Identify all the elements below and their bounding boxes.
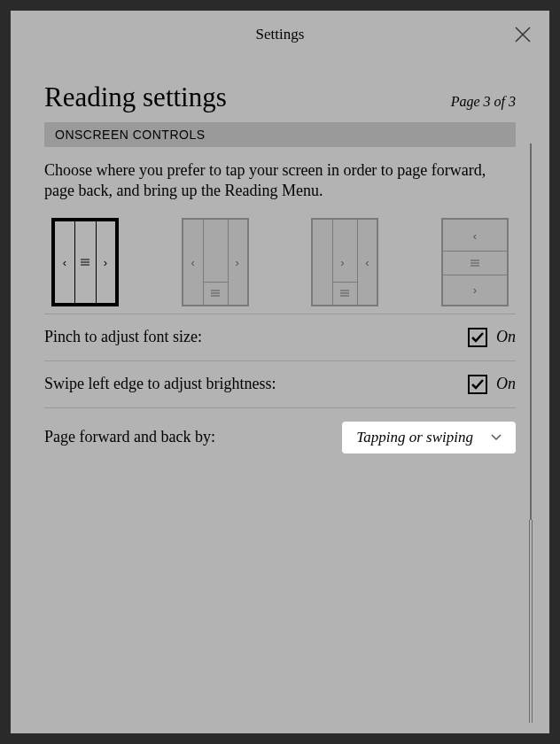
layout-option-1[interactable]: ‹ › (51, 218, 119, 306)
chevron-left-icon: ‹ (191, 255, 194, 268)
layout-option-4[interactable]: ‹ › (441, 218, 509, 306)
toggle-state: On (496, 375, 516, 393)
swipe-toggle[interactable]: On (468, 375, 516, 394)
menu-icon (471, 260, 479, 267)
page-title: Reading settings (44, 81, 227, 113)
setting-paging: Page forward and back by: Tapping or swi… (44, 407, 516, 467)
close-button[interactable] (514, 26, 532, 47)
layout-option-3[interactable]: › ‹ (311, 218, 378, 306)
scroll-indicator[interactable] (530, 143, 532, 723)
chevron-down-icon (491, 434, 502, 441)
setting-swipe: Swipe left edge to adjust brightness: On (44, 360, 516, 407)
setting-label: Swipe left edge to adjust brightness: (44, 375, 276, 393)
chevron-right-icon: › (235, 255, 238, 268)
setting-label: Page forward and back by: (44, 428, 215, 446)
chevron-right-icon: › (104, 255, 107, 268)
setting-label: Pinch to adjust font size: (44, 328, 202, 346)
chevron-left-icon: ‹ (63, 255, 66, 268)
dropdown-value: Tapping or swiping (356, 429, 473, 446)
chevron-right-icon: › (340, 255, 344, 268)
dialog-header: Settings (11, 11, 549, 58)
layout-options: ‹ › ‹ › (44, 218, 516, 314)
toggle-state: On (496, 328, 516, 346)
menu-icon (211, 290, 220, 297)
settings-dialog: Settings Reading settings Page 3 of 3 ON… (11, 11, 549, 733)
section-header: ONSCREEN CONTROLS (44, 122, 516, 147)
dialog-content: Reading settings Page 3 of 3 ONSCREEN CO… (11, 58, 549, 467)
chevron-left-icon: ‹ (473, 229, 477, 242)
page-indicator: Page 3 of 3 (451, 94, 516, 110)
dialog-title: Settings (256, 26, 305, 43)
setting-pinch: Pinch to adjust font size: On (44, 314, 516, 360)
close-icon (514, 26, 532, 43)
paging-dropdown[interactable]: Tapping or swiping (342, 422, 516, 453)
layout-option-2[interactable]: ‹ › (182, 218, 249, 306)
menu-icon (340, 290, 349, 297)
section-description: Choose where you prefer to tap your scre… (44, 147, 516, 218)
pinch-toggle[interactable]: On (468, 328, 516, 347)
checkbox-icon (468, 328, 487, 347)
menu-icon (81, 259, 89, 266)
checkbox-icon (468, 375, 487, 394)
chevron-right-icon: › (473, 283, 477, 296)
chevron-left-icon: ‹ (365, 255, 369, 268)
